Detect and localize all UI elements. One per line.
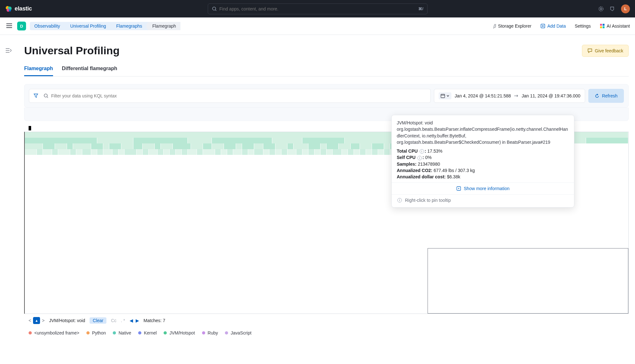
- date-picker[interactable]: Jan 4, 2024 @ 14:51:21.588 Jan 11, 2024 …: [434, 89, 585, 103]
- svg-rect-15: [603, 24, 605, 26]
- crumb-flamegraphs[interactable]: Flamegraphs: [111, 22, 147, 30]
- arrow-right-icon: [514, 94, 518, 97]
- pin-hint: i Right-click to pin tooltip: [397, 195, 569, 203]
- ai-assistant-link[interactable]: AI Assistant: [600, 23, 630, 29]
- nav-parent[interactable]: ▲: [33, 317, 40, 324]
- storage-explorer-link[interactable]: β Storage Explorer: [494, 23, 531, 29]
- refresh-label: Refresh: [602, 93, 618, 98]
- kql-input-wrap: [40, 89, 431, 103]
- feedback-icon: [587, 48, 592, 53]
- breadcrumbs: Observability Universal Profiling Flameg…: [30, 22, 180, 30]
- crumb-observability[interactable]: Observability: [30, 22, 64, 30]
- top-header: elastic ⌘/ L: [0, 0, 635, 17]
- filter-section: Jan 4, 2024 @ 14:51:21.588 Jan 11, 2024 …: [24, 84, 629, 108]
- prev-match-button[interactable]: ◀: [130, 318, 133, 323]
- svg-point-4: [213, 7, 216, 10]
- expand-icon: [456, 186, 461, 191]
- svg-point-6: [599, 7, 603, 11]
- svg-point-27: [458, 188, 459, 189]
- tab-differential[interactable]: Differential flamegraph: [62, 66, 117, 76]
- matches-count: Matches: 7: [144, 318, 165, 323]
- newsfeed-icon[interactable]: [610, 6, 615, 12]
- settings-label: Settings: [575, 23, 591, 29]
- nav-prev-sibling[interactable]: <: [29, 318, 31, 323]
- refresh-button[interactable]: Refresh: [588, 89, 624, 103]
- search-icon: [212, 6, 217, 11]
- feedback-label: Give feedback: [595, 48, 624, 53]
- refresh-icon: [595, 94, 599, 98]
- breadcrumb-bar: D Observability Universal Profiling Flam…: [0, 17, 635, 35]
- space-badge[interactable]: D: [17, 22, 26, 30]
- stat-self-cpu: Self CPU i: 0%: [397, 155, 569, 160]
- brand-label: elastic: [15, 5, 32, 12]
- info-icon[interactable]: i: [417, 156, 422, 160]
- tooltip-title: JVM/Hotspot: void org.logstash.beats.Bea…: [397, 120, 569, 145]
- settings-link[interactable]: Settings: [575, 23, 591, 29]
- svg-line-22: [47, 97, 48, 98]
- tab-flamegraph[interactable]: Flamegraph: [24, 66, 53, 76]
- flame-minimap[interactable]: [428, 248, 628, 314]
- svg-rect-23: [441, 94, 445, 98]
- nav-next-sibling[interactable]: >: [42, 318, 44, 323]
- kbd-hint: ⌘/: [418, 7, 423, 11]
- svg-point-21: [44, 94, 47, 97]
- crumb-universal-profiling[interactable]: Universal Profiling: [64, 22, 111, 30]
- date-from: Jan 4, 2024 @ 14:51:21.588: [455, 93, 511, 98]
- legend-jvm: JVM/Hotspot: [164, 330, 195, 335]
- match-nav: ◀ ▶: [130, 318, 139, 323]
- show-more-link[interactable]: Show more information: [392, 182, 574, 195]
- stat-co2: Annualized CO2: 677.49 lbs / 307.3 kg: [397, 168, 569, 173]
- add-data-link[interactable]: Add Data: [540, 23, 566, 29]
- legend-kernel: Kernel: [138, 330, 157, 335]
- page-title: Universal Profiling: [24, 44, 119, 57]
- legend-native: Native: [113, 330, 131, 335]
- user-avatar[interactable]: L: [621, 4, 630, 13]
- ai-assistant-label: AI Assistant: [607, 23, 630, 29]
- ai-assistant-icon: [600, 23, 605, 29]
- clear-button[interactable]: Clear: [90, 317, 106, 324]
- svg-point-7: [600, 8, 602, 10]
- stat-samples: Samples: 213478980: [397, 162, 569, 167]
- add-data-icon: [540, 23, 545, 29]
- kql-input[interactable]: [51, 93, 427, 98]
- tabs: Flamegraph Differential flamegraph: [24, 66, 629, 76]
- storage-explorer-label: Storage Explorer: [498, 23, 531, 29]
- svg-point-3: [9, 9, 11, 11]
- add-data-label: Add Data: [547, 23, 566, 29]
- chevron-down-icon: [446, 94, 449, 97]
- global-search-input[interactable]: [220, 6, 416, 11]
- beta-badge: β: [494, 23, 496, 29]
- sidebar-expand-icon[interactable]: [6, 48, 11, 54]
- elastic-logo[interactable]: elastic: [5, 5, 32, 12]
- svg-line-5: [215, 10, 216, 11]
- title-row: Universal Profiling Give feedback: [24, 44, 629, 57]
- filter-icon: [34, 94, 38, 98]
- info-icon: i: [397, 198, 402, 202]
- global-search[interactable]: ⌘/: [208, 3, 428, 14]
- elastic-logo-icon: [5, 5, 12, 12]
- svg-rect-14: [600, 24, 602, 26]
- give-feedback-button[interactable]: Give feedback: [582, 45, 629, 57]
- info-icon[interactable]: i: [420, 149, 424, 154]
- stat-total-cpu: Total CPU i: 17.53%: [397, 149, 569, 154]
- help-icon[interactable]: [598, 6, 604, 12]
- regex-toggle[interactable]: . *: [121, 318, 125, 323]
- frame-tooltip: JVM/Hotspot: void org.logstash.beats.Bea…: [391, 115, 574, 208]
- legend: <unsymbolized frame> Python Native Kerne…: [24, 330, 629, 335]
- legend-javascript: JavaScript: [225, 330, 251, 335]
- header-right: L: [598, 4, 630, 13]
- header-actions: β Storage Explorer Add Data Settings AI …: [494, 23, 630, 29]
- legend-ruby: Ruby: [202, 330, 218, 335]
- selected-frame-label: JVM/Hotspot: void: [49, 318, 85, 323]
- flame-footer: < ▲ > JVM/Hotspot: void Clear Cc . * ◀ ▶…: [24, 317, 629, 324]
- svg-rect-17: [603, 26, 605, 28]
- crumb-flamegraph: Flamegraph: [146, 22, 180, 30]
- case-sensitive-toggle[interactable]: Cc: [111, 318, 116, 323]
- flame-root-marker: [29, 126, 31, 130]
- next-match-button[interactable]: ▶: [136, 318, 139, 323]
- date-to: Jan 11, 2024 @ 19:47:36.000: [522, 93, 580, 98]
- calendar-icon[interactable]: [439, 92, 451, 99]
- legend-python: Python: [86, 330, 106, 335]
- stat-cost: Annualized dollar cost: $6.38k: [397, 174, 569, 179]
- nav-toggle-icon[interactable]: [5, 22, 13, 30]
